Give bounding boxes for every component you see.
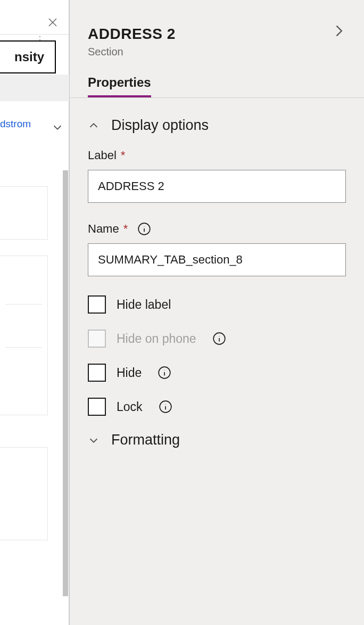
hide-checkbox[interactable] [88, 364, 106, 382]
hide-on-phone-text: Hide on phone [117, 332, 196, 346]
hide-text: Hide [117, 366, 142, 380]
label-input[interactable] [88, 170, 346, 203]
section-formatting-title: Formatting [111, 432, 180, 448]
info-icon[interactable] [212, 332, 226, 346]
label-field-label: Label * [88, 149, 346, 162]
lock-checkbox[interactable] [88, 398, 106, 416]
hide-on-phone-row: Hide on phone [88, 330, 346, 348]
info-icon[interactable] [159, 400, 172, 414]
name-field-label: Name * [88, 222, 346, 236]
chevron-down-icon [88, 434, 100, 446]
properties-panel: ADDRESS 2 Section Properties Display opt… [69, 0, 364, 625]
canvas-card [0, 186, 48, 240]
hide-label-checkbox[interactable] [88, 295, 106, 314]
lock-row: Lock [88, 398, 346, 416]
lock-text: Lock [117, 400, 143, 414]
section-display-options-title: Display options [111, 117, 209, 134]
hide-on-phone-checkbox [88, 330, 106, 348]
required-star: * [121, 149, 126, 162]
density-button[interactable]: nsity [0, 40, 56, 73]
section-display-options-header[interactable]: Display options [88, 117, 346, 134]
required-star: * [123, 222, 128, 236]
toolbar-band [0, 75, 69, 101]
hide-label-row: Hide label [88, 295, 346, 314]
close-icon[interactable] [46, 16, 59, 29]
panel-body: Display options Label * Name * Hide labe… [70, 98, 364, 448]
hide-label-text: Hide label [117, 298, 171, 312]
panel-header: ADDRESS 2 Section [70, 0, 364, 58]
info-icon[interactable] [158, 366, 171, 380]
section-formatting-header[interactable]: Formatting [88, 432, 346, 448]
panel-subtitle: Section [88, 46, 346, 58]
left-header [0, 0, 69, 35]
hide-row: Hide [88, 364, 346, 382]
name-field-label-text: Name [88, 222, 119, 236]
scrollbar-thumb[interactable] [63, 170, 68, 596]
panel-title: ADDRESS 2 [88, 26, 346, 43]
scrollbar-track [63, 104, 68, 625]
tab-properties[interactable]: Properties [88, 75, 151, 97]
canvas-card [0, 447, 48, 540]
chevron-right-icon[interactable] [331, 23, 346, 38]
canvas-card [0, 256, 48, 415]
info-icon[interactable] [137, 222, 151, 236]
label-field-label-text: Label [88, 149, 117, 162]
chevron-down-icon[interactable] [52, 121, 63, 133]
left-area: nsity dstrom ⋮ [0, 0, 69, 625]
name-input[interactable] [88, 243, 346, 276]
tab-row: Properties [70, 75, 364, 98]
chevron-up-icon [88, 120, 100, 131]
record-link[interactable]: dstrom [0, 118, 31, 130]
